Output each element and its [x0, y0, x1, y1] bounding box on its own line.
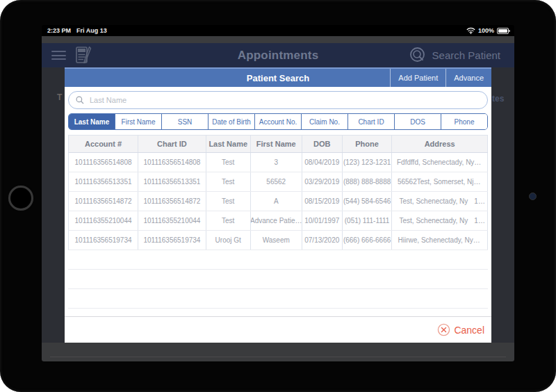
table-row[interactable]: 101116356514872 101116356514872 Test A 0… — [68, 192, 488, 211]
tab-claim-no[interactable]: Claim No. — [301, 114, 348, 129]
cell-first-name: Advance Patie… — [251, 211, 302, 230]
column-header: First Name — [251, 136, 302, 152]
tab-ssn[interactable]: SSN — [161, 114, 208, 129]
table-row[interactable]: 101116356519734 101116356519734 Urooj Gt… — [68, 231, 488, 250]
cell-phone: (544) 584-6546 — [343, 192, 393, 211]
cell-first-name: 56562 — [251, 172, 302, 191]
status-date: Fri Aug 13 — [76, 27, 107, 34]
cell-dob: 08/15/2019 — [302, 192, 343, 211]
cell-phone: (888) 888-8888 — [343, 172, 393, 191]
cell-address: Test, Schenectady, Ny1… — [392, 211, 487, 230]
cell-address: Hiirwe, Schenectady, Ny… — [392, 231, 487, 250]
cell-chart-id: 101116356514808 — [138, 153, 206, 172]
status-bar: 2:23 PM Fri Aug 13 100% — [42, 25, 514, 36]
cell-dob: 03/29/2019 — [302, 172, 343, 191]
table-row[interactable]: 101116356514808 101116356514808 Test 3 0… — [68, 153, 488, 172]
cell-address: Fdfdffd, Schenectady, Ny… — [392, 153, 487, 172]
column-header: Address — [392, 136, 487, 152]
bezel-camera-dot — [529, 193, 537, 200]
nav-bar: Appointments Search Patient — [42, 43, 514, 67]
cell-last-name: Test — [206, 192, 251, 211]
cell-chart-id: 101116355210044 — [138, 211, 206, 230]
cell-dob: 10/01/1997 — [302, 211, 343, 230]
status-time: 2:23 PM — [47, 27, 71, 34]
tab-account-no[interactable]: Account No. — [254, 114, 301, 129]
ipad-frame: 2:23 PM Fri Aug 13 100% — [0, 0, 556, 392]
column-header: Phone — [343, 136, 393, 152]
cell-dob: 08/04/2019 — [302, 153, 343, 172]
column-header: Chart ID — [138, 136, 206, 152]
tab-date-of-birth[interactable]: Date of Birth — [208, 114, 254, 129]
filter-tabs: Last Name First Name SSN Date of Birth A… — [68, 113, 488, 130]
patient-search-modal: Patient Search Add Patient Advance — [65, 67, 491, 343]
cell-account: 101116356514872 — [69, 192, 138, 211]
tab-phone[interactable]: Phone — [441, 114, 487, 129]
search-input[interactable] — [88, 95, 480, 105]
table-header-row: Account # Chart ID Last Name First Name … — [68, 135, 488, 153]
cell-phone: (051) 111-1111 — [343, 211, 393, 230]
cell-chart-id: 101116356513351 — [138, 172, 206, 191]
cell-first-name: A — [251, 192, 302, 211]
cell-chart-id: 101116356519734 — [138, 231, 206, 250]
cancel-button[interactable]: Cancel — [437, 323, 484, 336]
search-field[interactable] — [68, 91, 488, 109]
circle-x-icon — [437, 323, 450, 336]
battery-percent: 100% — [478, 27, 494, 34]
wifi-icon — [466, 27, 475, 34]
column-header: Last Name — [206, 136, 251, 152]
results-table: Account # Chart ID Last Name First Name … — [68, 135, 488, 309]
tab-dos[interactable]: DOS — [394, 114, 441, 129]
modal-footer: Cancel — [65, 316, 491, 343]
cell-address: 56562Test, Somerset, Nj… — [392, 172, 487, 191]
tab-first-name[interactable]: First Name — [115, 114, 161, 129]
table-row[interactable]: 101116355210044 101116355210044 Test Adv… — [68, 211, 488, 231]
cancel-label: Cancel — [454, 325, 484, 336]
modal-header: Patient Search Add Patient Advance — [65, 67, 491, 87]
cell-chart-id: 101116356514872 — [138, 192, 206, 211]
add-patient-button[interactable]: Add Patient — [390, 69, 445, 87]
background-fragment-left: T — [57, 92, 62, 102]
tab-last-name[interactable]: Last Name — [69, 114, 115, 129]
screen: 2:23 PM Fri Aug 13 100% — [42, 25, 514, 361]
page-title: Appointments — [42, 49, 514, 63]
cell-last-name: Test — [206, 211, 251, 230]
magnifier-icon — [76, 96, 84, 104]
empty-row — [68, 250, 488, 270]
column-header: DOB — [302, 136, 343, 152]
screenshot-stage: 2:23 PM Fri Aug 13 100% — [0, 0, 556, 392]
cell-last-name: Test — [206, 172, 251, 191]
cell-last-name: Test — [206, 153, 251, 172]
cell-phone: (666) 666-6666 — [343, 231, 393, 250]
cell-first-name: 3 — [251, 153, 302, 172]
empty-row — [68, 289, 488, 309]
dimmed-bottom-strip — [42, 343, 514, 361]
empty-row — [68, 270, 488, 289]
battery-icon — [497, 28, 509, 34]
cell-account: 101116355210044 — [69, 211, 138, 230]
cell-account: 101116356519734 — [69, 231, 138, 250]
cell-address: Test, Schenectady, Ny1… — [392, 192, 487, 211]
cell-last-name: Urooj Gt — [206, 231, 251, 250]
tab-chart-id[interactable]: Chart ID — [348, 114, 394, 129]
cell-phone: (123) 123-1231 — [343, 153, 393, 172]
cell-first-name: Waseem — [251, 231, 302, 250]
table-row[interactable]: 101116356513351 101116356513351 Test 565… — [68, 172, 488, 192]
column-header: Account # — [69, 136, 138, 152]
front-camera — [8, 186, 33, 211]
advance-button[interactable]: Advance — [445, 69, 491, 87]
cell-dob: 07/13/2020 — [302, 231, 343, 250]
cell-account: 101116356514808 — [69, 153, 138, 172]
cell-account: 101116356513351 — [69, 172, 138, 191]
dimmed-top-strip — [42, 36, 514, 43]
background-fragment-right: tes — [492, 94, 504, 104]
